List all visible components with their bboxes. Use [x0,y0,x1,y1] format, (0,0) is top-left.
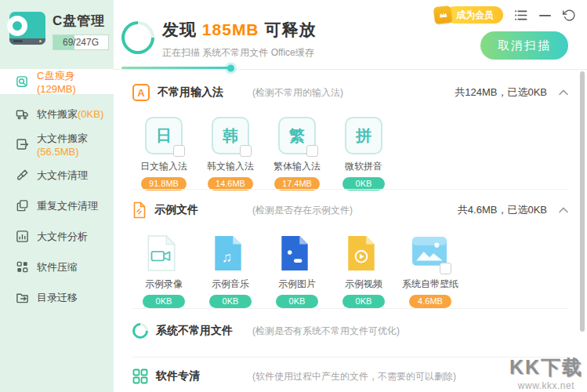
item-size-badge: 0KB [276,295,318,308]
cancel-scan-button[interactable]: 取消扫描 [480,31,568,60]
cleanup-item-sample-recording[interactable]: 示例录像 0KB [132,234,195,308]
section-title: 系统不常用文件 [156,324,233,338]
input-method-tiles: 日 日文输入法 91.8MB 韩 韩文输入法 14.6MB 繁 繁体输入法 17… [132,117,395,191]
checkbox[interactable] [306,145,318,157]
item-label: 示例视频 [332,278,395,291]
sidebar-item-duplicate-clean[interactable]: 重复文件清理 [0,191,114,221]
checkbox[interactable] [173,145,185,157]
sidebar-item-directory-migrate[interactable]: 目录迁移 [0,282,114,313]
scan-progress-bar [121,67,574,69]
scan-result-title: 发现 185MB 可释放 [162,19,316,41]
cleanup-item-japanese-ime[interactable]: 日 日文输入法 91.8MB [132,117,195,191]
section-input-methods-header[interactable]: A 不常用输入法 (检测不常用的输入法) 共124MB，已选0KB [132,82,568,103]
scan-spinner [114,14,161,60]
cleanup-item-sample-videos[interactable]: 示例视频 0KB [332,234,395,308]
divider [132,189,568,190]
truck-icon [16,107,29,121]
item-label: 微软拼音 [332,160,395,173]
picture-file-icon [278,234,316,272]
sidebar-item-app-mover[interactable]: 软件搬家(0KB) [0,99,114,129]
sample-file-section-icon [132,201,147,219]
bar-chart-icon [16,230,29,243]
sidebar-item-app-compress[interactable]: 软件压缩 [0,252,114,282]
item-size-badge: 0KB [209,295,252,308]
svg-text:♫: ♫ [222,249,232,265]
disk-logo-icon [9,12,45,45]
cleanup-item-ms-pinyin[interactable]: 拼 微软拼音 0KB [332,117,395,191]
titlebar: 成为会员 [434,6,576,24]
scan-progress-fill [121,67,230,69]
main-area: 成为会员 发现 185MB 可释放 正在扫描 系统不常用文件 Office缓存 … [114,0,587,392]
disk-usage-text: 69/247G [53,35,108,49]
sidebar-item-c-drive-slim[interactable]: C盘瘦身(129MB) [0,69,114,94]
section-summary: 共4.6MB，已选0KB [458,203,547,217]
sidebar-item-label: 大文件搬家(56.5MB) [37,132,114,158]
sidebar-item-label: 大文件分析 [37,230,88,244]
item-size-badge: 0KB [342,295,385,308]
section-desc: (检测是否有系统不常用文件可优化) [252,325,400,338]
item-label: 示例图片 [266,278,328,291]
sidebar-item-label: 软件压缩 [37,260,78,274]
app-logo-row: C盘管理 69/247G [0,0,114,50]
checkbox[interactable] [440,263,451,274]
music-file-icon: ♫ [212,234,249,272]
watermark: KK下载 www.kkx.net [509,354,583,391]
member-label: 成为会员 [446,6,503,24]
sidebar-item-label: 大文件清理 [37,169,88,183]
chevron-up-icon[interactable] [559,89,568,96]
item-label: 繁体输入法 [266,160,328,173]
item-size-badge: 0KB [143,295,185,308]
app-clean-section-icon [132,368,148,384]
section-desc: (检测不常用的输入法) [252,86,343,100]
section-system-files-header[interactable]: 系统不常用文件 (检测是否有系统不常用文件可优化) [132,321,568,341]
sidebar-item-big-file-clean[interactable]: 大文件清理 [0,160,114,191]
sample-file-tiles: 示例录像 0KB ♫ 示例音乐 0KB 示例图片 0KB [132,234,462,308]
section-app-clean-header[interactable]: 软件专清 (软件使用过程中产生的文件，不需要的可以删除) [132,366,568,387]
broom-icon [16,169,29,182]
watermark-url: www.kkx.net [509,380,583,391]
cleanup-item-traditional-ime[interactable]: 繁 繁体输入法 17.4MB [266,117,328,191]
disk-usage-meter: 69/247G [53,34,109,50]
section-title: 不常用输入法 [158,85,223,100]
cleanup-item-sample-pictures[interactable]: 示例图片 0KB [266,234,328,308]
chevron-up-icon[interactable] [559,207,568,213]
undo-icon[interactable] [562,8,576,22]
menu-icon[interactable] [513,8,527,22]
become-member-button[interactable]: 成为会员 [434,6,503,24]
sidebar-item-big-file-mover[interactable]: 大文件搬家(56.5MB) [0,129,114,160]
cleanup-item-korean-ime[interactable]: 韩 韩文输入法 14.6MB [199,117,262,191]
item-label: 示例录像 [132,278,195,291]
section-desc: (软件使用过程中产生的文件，不需要的可以删除) [252,370,456,383]
sidebar-nav: C盘瘦身(129MB) 软件搬家(0KB) 大文件搬家(56.5MB) 大文件清… [0,69,114,313]
section-sample-files-header[interactable]: 示例文件 (检测是否存在示例文件) 共4.6MB，已选0KB [132,200,568,220]
section-desc: (检测是否存在示例文件) [252,204,353,217]
item-size-badge: 4.6MB [409,295,451,308]
sidebar-item-big-file-analysis[interactable]: 大文件分析 [0,221,114,252]
item-label: 韩文输入法 [199,160,262,173]
minimize-icon[interactable] [538,8,552,22]
item-label: 日文输入法 [132,160,195,173]
releasable-size: 185MB [202,20,259,38]
scrollbar-thumb[interactable] [580,71,585,332]
cleanup-item-system-wallpaper[interactable]: 系统自带壁纸 4.6MB [399,234,462,308]
video-file-icon [345,234,382,272]
sidebar-item-label: C盘瘦身(129MB) [37,69,114,95]
section-title: 示例文件 [154,203,198,217]
cleanup-item-sample-music[interactable]: ♫ 示例音乐 0KB [199,234,262,308]
duplicate-files-icon [16,199,29,212]
item-label: 示例音乐 [199,278,262,291]
scan-icon [16,75,29,89]
section-spinner-icon [129,320,151,342]
export-icon [16,138,29,151]
input-method-section-icon: A [132,84,150,101]
sidebar-item-label: 软件搬家(0KB) [37,107,103,122]
watermark-logo: KK下载 [509,354,583,380]
compress-grid-icon [16,260,29,274]
sidebar-item-label: 目录迁移 [37,291,78,305]
scan-status-block: 发现 185MB 可释放 正在扫描 系统不常用文件 Office缓存 [162,19,316,60]
section-summary: 共124MB，已选0KB [455,85,547,100]
scan-progress-dot [227,64,234,71]
item-label: 系统自带壁纸 [399,278,462,291]
checkbox[interactable] [240,145,252,157]
crown-icon [433,5,452,24]
